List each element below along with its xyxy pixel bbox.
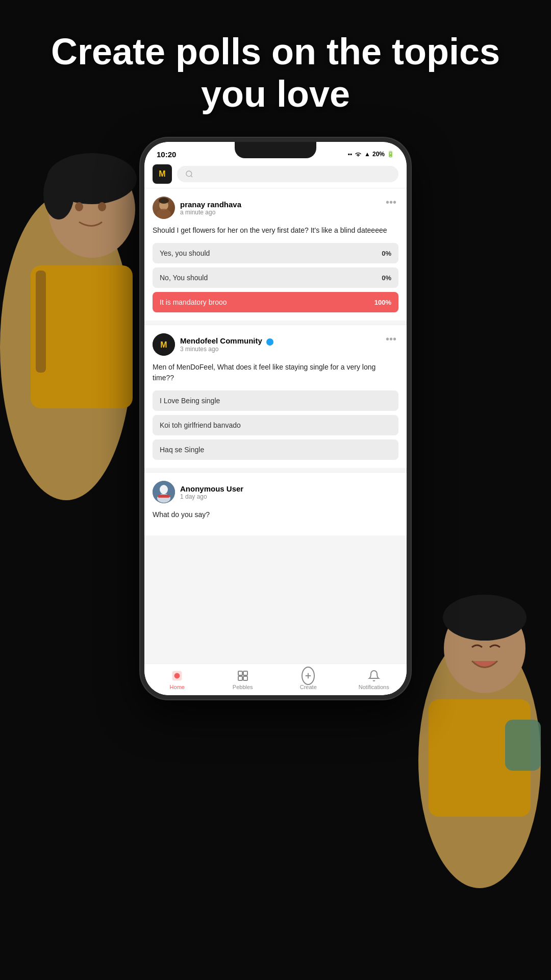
avatar — [153, 481, 175, 503]
more-options-button[interactable]: ••• — [384, 333, 398, 345]
svg-rect-26 — [238, 671, 242, 675]
username: pranay randhava — [180, 200, 241, 209]
phone-notch — [235, 142, 316, 158]
svg-rect-28 — [238, 676, 242, 680]
create-icon — [302, 669, 315, 682]
headline-text: Create polls on the topics you love — [31, 31, 520, 115]
poll-option[interactable]: Koi toh girlfriend banvado — [153, 415, 398, 435]
post-card: pranay randhava a minute ago ••• Should … — [144, 188, 407, 321]
username: Anonymous User — [180, 484, 243, 493]
right-character-illustration — [388, 567, 551, 914]
nav-create[interactable]: Create — [276, 669, 341, 690]
post-text: Should I get flowers for her on the very… — [153, 225, 398, 236]
avatar — [153, 197, 175, 219]
post-user: Anonymous User 1 day ago — [153, 481, 243, 503]
phone-mockup: 10:20 ▪▪ ▲ 20% 🔋 — [140, 138, 411, 699]
svg-point-25 — [174, 673, 180, 678]
poll-options: I Love Being single Koi toh girlfriend b… — [153, 390, 398, 460]
post-card: Anonymous User 1 day ago What do you say… — [144, 473, 407, 535]
svg-point-16 — [159, 198, 169, 204]
username: Mendofeel Community — [180, 336, 273, 345]
app-logo: M — [153, 164, 172, 184]
home-icon — [170, 669, 184, 682]
post-header: M Mendofeel Community 3 minutes ago — [153, 333, 398, 356]
svg-text:M: M — [160, 340, 167, 349]
svg-point-17 — [157, 209, 171, 219]
svg-rect-12 — [505, 720, 541, 771]
nav-create-label: Create — [300, 684, 317, 690]
search-icon — [185, 170, 193, 178]
app-header: M — [144, 160, 407, 188]
svg-rect-5 — [36, 271, 46, 373]
search-bar[interactable] — [177, 166, 398, 182]
svg-point-3 — [43, 168, 74, 219]
battery-text: 20% — [372, 151, 385, 158]
phone-frame: 10:20 ▪▪ ▲ 20% 🔋 — [140, 138, 411, 699]
poll-option-label: No, You should — [160, 274, 208, 282]
svg-point-21 — [160, 485, 168, 494]
poll-option-label: I Love Being single — [160, 397, 220, 405]
more-options-button[interactable]: ••• — [384, 197, 398, 208]
status-time: 10:20 — [157, 150, 176, 159]
signal-icon: ▲ — [364, 151, 370, 158]
poll-option-label: It is mandatory brooo — [160, 298, 227, 306]
post-user: pranay randhava a minute ago — [153, 197, 241, 219]
notifications-icon — [367, 669, 381, 682]
poll-option-pct: 100% — [374, 299, 391, 306]
svg-point-7 — [98, 202, 106, 211]
poll-option-label: Koi toh girlfriend banvado — [160, 421, 241, 429]
nav-home-label: Home — [170, 684, 185, 690]
timestamp: 3 minutes ago — [180, 346, 273, 353]
post-header: pranay randhava a minute ago ••• — [153, 197, 398, 219]
poll-option[interactable]: No, You should 0% — [153, 267, 398, 288]
poll-option-pct: 0% — [382, 274, 391, 282]
user-info: Anonymous User 1 day ago — [180, 484, 243, 500]
svg-point-6 — [75, 202, 83, 211]
svg-rect-29 — [243, 676, 247, 680]
nav-notifications-label: Notifications — [359, 684, 389, 690]
svg-point-13 — [186, 171, 192, 177]
post-card: M Mendofeel Community 3 minutes ago — [144, 325, 407, 468]
timestamp: 1 day ago — [180, 493, 243, 500]
logo-letter: M — [159, 169, 165, 179]
sim-icon: ▪▪ — [348, 151, 353, 158]
poll-options: Yes, you should 0% No, You should 0% It … — [153, 243, 398, 312]
user-info: pranay randhava a minute ago — [180, 200, 241, 216]
bottom-nav: Home Pebbles — [144, 664, 407, 695]
poll-option-pct: 0% — [382, 250, 391, 257]
pebbles-icon — [236, 669, 249, 682]
poll-option-selected[interactable]: It is mandatory brooo 100% — [153, 292, 398, 312]
user-info: Mendofeel Community 3 minutes ago — [180, 336, 273, 352]
post-text: What do you say? — [153, 509, 398, 520]
poll-option[interactable]: Haq se Single — [153, 439, 398, 460]
nav-pebbles-label: Pebbles — [233, 684, 253, 690]
headline-section: Create polls on the topics you love — [0, 31, 551, 115]
poll-option[interactable]: I Love Being single — [153, 390, 398, 411]
post-text: Men of MenDoFeel, What does it feel like… — [153, 362, 398, 383]
svg-point-10 — [443, 595, 527, 641]
content-area[interactable]: pranay randhava a minute ago ••• Should … — [144, 188, 407, 663]
timestamp: a minute ago — [180, 209, 241, 216]
post-user: M Mendofeel Community 3 minutes ago — [153, 333, 273, 356]
svg-line-14 — [191, 176, 192, 177]
nav-pebbles[interactable]: Pebbles — [210, 669, 276, 690]
poll-option-label: Yes, you should — [160, 249, 210, 257]
wifi-icon — [354, 151, 362, 158]
svg-rect-27 — [243, 671, 247, 675]
nav-notifications[interactable]: Notifications — [341, 669, 407, 690]
battery-icon: 🔋 — [387, 151, 394, 158]
poll-option[interactable]: Yes, you should 0% — [153, 243, 398, 263]
avatar: M — [153, 333, 175, 356]
phone-screen: 10:20 ▪▪ ▲ 20% 🔋 — [144, 142, 407, 695]
poll-option-label: Haq se Single — [160, 446, 204, 454]
post-header: Anonymous User 1 day ago — [153, 481, 398, 503]
nav-home[interactable]: Home — [144, 669, 210, 690]
status-icons: ▪▪ ▲ 20% 🔋 — [348, 151, 394, 158]
verified-badge — [266, 338, 273, 346]
svg-rect-23 — [158, 495, 170, 498]
